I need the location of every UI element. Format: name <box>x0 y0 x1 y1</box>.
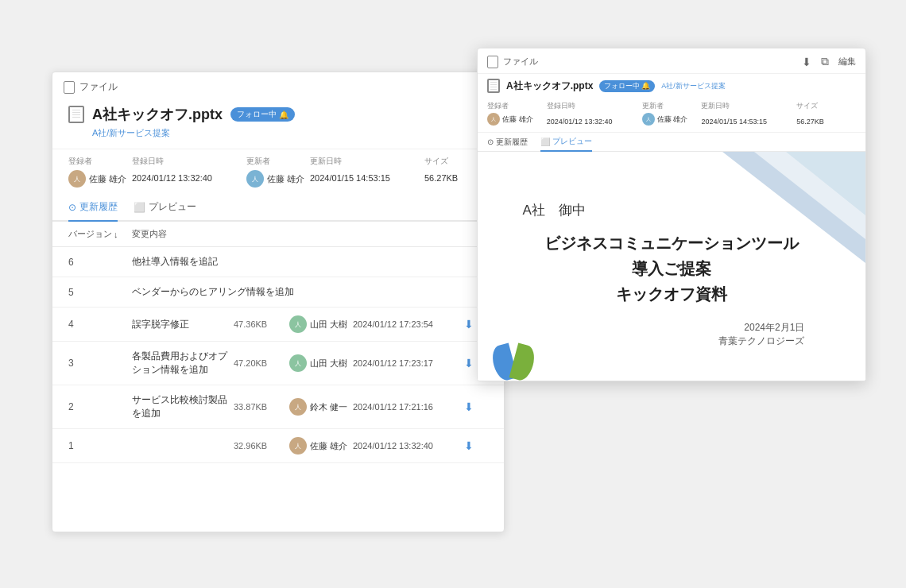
registered-date-value: 2024/01/12 13:32:40 <box>132 173 212 183</box>
preview-size-label: サイズ <box>796 101 856 111</box>
follow-badge[interactable]: フォロー中 🔔 <box>230 107 295 122</box>
table-row: 3 各製品費用およびオプション情報を追加 47.20KB 人 山田 大樹 202… <box>52 342 504 385</box>
preview-registrant-label: 登録者 <box>487 101 547 111</box>
updater-user: 人 佐藤 雄介 <box>246 170 310 188</box>
file-header: A社キックオフ.pptx フォロー中 🔔 A社/新サービス提案 <box>52 99 504 149</box>
tab-history[interactable]: ⊙ 更新履歴 <box>68 200 118 222</box>
preview-updater-name: 佐藤 雄介 <box>657 114 688 125</box>
history-icon: ⊙ <box>68 202 76 213</box>
user-avatar: 人 <box>289 315 307 333</box>
preview-history-icon: ⊙ <box>487 137 494 146</box>
preview-updater-user: 人 佐藤 雄介 <box>642 113 702 126</box>
preview-reg-date-value: 2024/01/12 13:32:40 <box>547 118 613 126</box>
preview-registrant-name: 佐藤 雄介 <box>502 114 533 125</box>
preview-updater-label: 更新者 <box>642 101 702 111</box>
preview-updater-avatar: 人 <box>642 113 655 126</box>
updated-date-value: 2024/01/15 14:53:15 <box>310 173 390 183</box>
preview-reg-date-label: 登録日時 <box>547 101 642 111</box>
registrant-name: 佐藤 雄介 <box>89 173 126 185</box>
preview-meta-row: 登録者 人 佐藤 雄介 登録日時 2024/01/12 13:32:40 更新者… <box>478 96 865 133</box>
registrant-col: 登録者 人 佐藤 雄介 <box>68 156 132 188</box>
slide-date-area: 2024年2月1日 青葉テクノロジーズ <box>507 321 837 348</box>
preview-reg-date-col: 登録日時 2024/01/12 13:32:40 <box>547 101 642 127</box>
preview-registrant-user: 人 佐藤 雄介 <box>487 113 547 126</box>
slide-title-line2: 導入ご提案 <box>507 256 837 281</box>
bell-icon: 🔔 <box>279 110 288 119</box>
meta-info-row: 登録者 人 佐藤 雄介 登録日時 2024/01/12 13:32:40 更新者… <box>52 149 504 194</box>
slide-content: A社 御中 ビジネスコミュニケーションツール 導入ご提案 キックオフ資料 202… <box>507 201 837 348</box>
download-button[interactable]: ⬇ <box>802 56 811 68</box>
edit-button[interactable]: 編集 <box>838 56 856 68</box>
main-tabs: ⊙ 更新履歴 ⬜ プレビュー <box>52 194 504 222</box>
main-title-bar: ファイル <box>52 72 504 99</box>
preview-tab-history[interactable]: ⊙ 更新履歴 <box>487 137 528 151</box>
file-type-icon <box>68 106 84 123</box>
preview-preview-label: プレビュー <box>552 136 592 147</box>
table-row: 6 他社導入情報を追記 <box>52 247 504 277</box>
registered-date-col: 登録日時 2024/01/12 13:32:40 <box>132 156 246 188</box>
preview-upd-date-label: 更新日時 <box>701 101 796 111</box>
file-icon <box>64 81 75 94</box>
tab-preview-label: プレビュー <box>149 200 196 214</box>
preview-file-type-icon <box>487 79 500 93</box>
registrant-user: 人 佐藤 雄介 <box>68 170 132 188</box>
slide-company: A社 御中 <box>507 201 837 219</box>
preview-file-name-row: A社キックオフ.pptx フォロー中 🔔 A社/新サービス提案 <box>478 74 865 96</box>
slide-background: A社 御中 ビジネスコミュニケーションツール 導入ご提案 キックオフ資料 202… <box>478 152 865 381</box>
preview-file-icon <box>487 56 498 68</box>
updated-date-col: 更新日時 2024/01/15 14:53:15 <box>310 156 424 188</box>
tab-preview[interactable]: ⬜ プレビュー <box>134 200 196 220</box>
preview-follow-badge[interactable]: フォロー中 🔔 <box>599 80 655 92</box>
preview-follow-label: フォロー中 <box>604 81 640 91</box>
preview-upd-date-value: 2024/01/15 14:53:15 <box>701 118 767 126</box>
updater-name: 佐藤 雄介 <box>267 173 304 185</box>
slide-logo <box>494 337 533 381</box>
preview-title-bar: ファイル ⬇ ⧉ 編集 <box>478 48 865 74</box>
slide-title-line1: ビジネスコミュニケーションツール <box>507 230 837 256</box>
preview-size-value: 56.27KB <box>796 118 824 126</box>
preview-registrant-avatar: 人 <box>487 113 500 126</box>
slide-date: 2024年2月1日 <box>507 321 805 335</box>
file-name-row: A社キックオフ.pptx フォロー中 🔔 <box>68 105 488 124</box>
updater-col: 更新者 人 佐藤 雄介 <box>246 156 310 188</box>
preview-preview-icon: ⬜ <box>540 137 550 146</box>
preview-registrant-col: 登録者 人 佐藤 雄介 <box>487 101 547 127</box>
version-col-header: バージョン ↓ <box>68 228 132 240</box>
preview-tab-preview[interactable]: ⬜ プレビュー <box>540 136 592 152</box>
window-title: ファイル <box>79 80 118 94</box>
download-icon[interactable]: ⬇ <box>464 439 488 452</box>
leaf-logo <box>494 337 533 381</box>
preview-updater-col: 更新者 人 佐藤 雄介 <box>642 101 702 127</box>
tab-history-label: 更新履歴 <box>79 200 118 214</box>
registrant-avatar: 人 <box>68 170 86 188</box>
slide-main-title: ビジネスコミュニケーションツール 導入ご提案 キックオフ資料 <box>507 230 837 307</box>
preview-title-actions: ⬇ ⧉ 編集 <box>802 55 856 68</box>
preview-title-left: ファイル <box>487 56 538 68</box>
preview-file-window: ファイル ⬇ ⧉ 編集 A社キックオフ.pptx フォロー中 🔔 A社/新サービ… <box>477 48 866 381</box>
table-row: 4 誤字脱字修正 47.36KB 人 山田 大樹 2024/01/12 17:2… <box>52 308 504 342</box>
registered-date-label: 登録日時 <box>132 156 246 167</box>
preview-window-title: ファイル <box>503 56 538 68</box>
preview-upd-date-col: 更新日時 2024/01/15 14:53:15 <box>701 101 796 127</box>
updated-date-label: 更新日時 <box>310 156 424 167</box>
updater-avatar: 人 <box>246 170 264 188</box>
main-file-window: ファイル A社キックオフ.pptx フォロー中 🔔 A社/新サービス提案 登録者… <box>52 72 505 532</box>
table-row: 2 サービス比較検討製品を追加 33.87KB 人 鈴木 健一 2024/01/… <box>52 385 504 429</box>
user-avatar: 人 <box>289 437 307 455</box>
user-avatar: 人 <box>289 354 307 372</box>
slide-container: A社 御中 ビジネスコミュニケーションツール 導入ご提案 キックオフ資料 202… <box>478 152 865 381</box>
slide-company-name: 青葉テクノロジーズ <box>507 335 805 348</box>
preview-breadcrumb: A社/新サービス提案 <box>661 81 726 91</box>
user-avatar: 人 <box>289 398 307 416</box>
preview-file-name: A社キックオフ.pptx <box>506 79 593 93</box>
preview-bell-icon: 🔔 <box>641 82 650 90</box>
leaf-right <box>509 343 538 381</box>
table-row: 5 ベンダーからのヒアリング情報を追加 <box>52 277 504 308</box>
download-icon[interactable]: ⬇ <box>464 400 488 413</box>
registrant-label: 登録者 <box>68 156 132 167</box>
follow-label: フォロー中 <box>237 109 277 120</box>
file-breadcrumb[interactable]: A社/新サービス提案 <box>92 127 488 139</box>
slide-title-line3: キックオフ資料 <box>507 281 837 307</box>
size-value: 56.27KB <box>424 173 458 183</box>
copy-button[interactable]: ⧉ <box>821 55 829 68</box>
